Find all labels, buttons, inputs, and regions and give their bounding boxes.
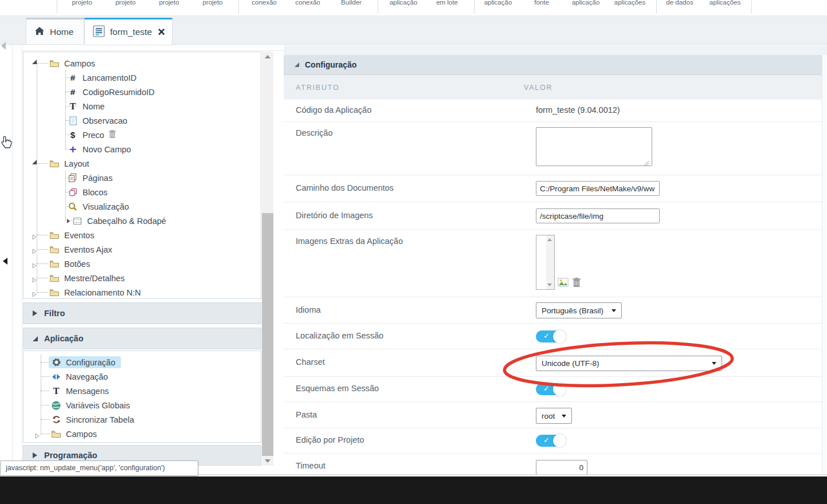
row-label: Descrição (296, 128, 332, 137)
toolbar-separator (656, 0, 657, 14)
tab-home[interactable]: Home (26, 18, 84, 45)
tree-item-relacionamento[interactable]: Relacionamento N:N (23, 285, 250, 300)
toolbar-separator (474, 0, 475, 14)
expander-closed-icon[interactable] (32, 275, 37, 285)
chevron-right-icon (33, 452, 37, 458)
column-attribute: ATRIBUTO (284, 84, 524, 92)
tree-item-lancamentoid[interactable]: # LancamentoID (23, 70, 250, 85)
folder-select[interactable]: root (536, 408, 572, 424)
toolbar-item[interactable]: conexão (252, 0, 276, 6)
trash-icon[interactable] (572, 277, 581, 289)
tab-form-teste[interactable]: form_teste × (84, 18, 173, 45)
app-item-sincronizar-tabela[interactable]: Sincronizar Tabela (23, 412, 250, 427)
tree-item-observacao[interactable]: Observacao (23, 113, 250, 128)
session-localization-toggle[interactable]: ✓ (536, 330, 566, 342)
expander-closed-icon[interactable] (32, 290, 37, 299)
tree-item-preco[interactable]: $ Preco (23, 128, 250, 142)
document-field-icon (67, 116, 79, 125)
images-directory-input[interactable] (536, 208, 660, 223)
config-row-edicao: Edição por Projeto ✓ (284, 428, 822, 454)
toolbar-item[interactable]: aplicações (710, 0, 740, 6)
language-select[interactable]: Português (Brasil) (536, 302, 622, 318)
expander-closed-icon[interactable] (32, 247, 37, 256)
tree-item-campos[interactable]: Campos (23, 56, 250, 70)
tree-scrollbar[interactable] (262, 52, 273, 466)
expander-closed-icon[interactable] (35, 431, 40, 440)
project-edit-toggle[interactable]: ✓ (536, 435, 566, 447)
resize-grip-icon[interactable] (644, 159, 649, 168)
toolbar-item[interactable]: de dados (666, 0, 693, 6)
session-schemes-toggle[interactable]: ✓ (536, 383, 566, 395)
app-item-campos[interactable]: Campos (23, 427, 250, 441)
tree-item-label: Observacao (83, 116, 127, 125)
toolbar-item[interactable]: fonte (534, 0, 549, 6)
close-icon[interactable]: × (158, 27, 165, 37)
app-item-mensagens[interactable]: T Mensagens (23, 384, 250, 398)
image-icon[interactable] (558, 278, 569, 289)
expander-closed-icon[interactable] (32, 233, 37, 242)
toolbar-item[interactable]: em lote (436, 0, 458, 6)
row-label: Código da Aplicação (296, 105, 371, 115)
tree-item-label: Preco (83, 131, 104, 140)
documents-path-input[interactable] (536, 181, 660, 196)
toolbar-item[interactable]: aplicação (390, 0, 418, 6)
trash-icon[interactable] (108, 129, 116, 140)
tree-item-mestre-detalhes[interactable]: Mestre/Detalhes (23, 271, 250, 285)
app-item-configuracao[interactable]: Configuração (23, 355, 250, 369)
timeout-input[interactable] (536, 460, 587, 475)
tree-item-eventos[interactable]: Eventos (23, 228, 250, 242)
tree-item-eventos-ajax[interactable]: Eventos Ajax (23, 242, 250, 257)
pages-icon (67, 173, 79, 183)
toolbar-item[interactable]: projeto (115, 0, 135, 6)
number-field-icon: # (67, 87, 79, 97)
toolbar-item[interactable]: aplicação (572, 0, 600, 6)
toolbar-item[interactable]: projeto (202, 0, 222, 6)
panel-scrollbar-area[interactable] (822, 55, 827, 474)
panel-divider (22, 45, 22, 474)
app-item-variaveis-globais[interactable]: Variáveis Globais (23, 398, 250, 412)
extra-images-listbox[interactable] (536, 235, 555, 290)
tree-item-visualizacao[interactable]: Visualização (23, 199, 250, 214)
toolbar-item[interactable]: Builder (341, 0, 362, 6)
tree-item-paginas[interactable]: Páginas (23, 171, 250, 185)
toolbar-item[interactable]: projeto (72, 0, 92, 6)
tree-item-label: Cabeçalho & Rodapé (87, 216, 166, 226)
section-aplicacao[interactable]: Aplicação (23, 328, 261, 349)
row-label: Charset (296, 357, 325, 367)
listbox-scrollbar[interactable] (546, 235, 554, 289)
config-panel-header[interactable]: Configuração (284, 55, 822, 75)
scrollbar-thumb[interactable] (262, 213, 273, 456)
tree-item-blocos[interactable]: Blocos (23, 185, 250, 199)
config-row-imagens: Imagens Extras da Aplicação (284, 230, 822, 297)
scroll-up-icon[interactable] (262, 52, 273, 61)
sidebar-collapse-icon[interactable] (3, 258, 7, 265)
app-item-navegacao[interactable]: Navegação (23, 369, 250, 384)
expander-closed-icon[interactable] (32, 261, 37, 270)
charset-select[interactable]: Unicode (UTF-8) (536, 356, 722, 371)
expander-open-icon[interactable] (32, 160, 37, 164)
tree-item-label: Blocos (83, 188, 108, 197)
panel-title: Configuração (305, 60, 356, 69)
tree-item-codigoresumidoid[interactable]: # CodigoResumidoID (23, 85, 250, 99)
toolbar-item[interactable]: projeto (159, 0, 179, 6)
tree-item-nome[interactable]: T Nome (23, 99, 250, 113)
tree-item-cabecalho-rodape[interactable]: Cabeçalho & Rodapé (23, 214, 250, 228)
tree-item-botoes[interactable]: Botões (23, 257, 250, 271)
tree-item-layout[interactable]: Layout (23, 156, 250, 171)
expander-closed-icon[interactable] (67, 219, 70, 223)
header-footer-icon (72, 217, 83, 225)
toolbar-item[interactable]: aplicação (484, 0, 512, 6)
column-value: VALOR (524, 84, 552, 92)
tab-scroll-left-icon[interactable] (1, 42, 6, 50)
scroll-down-icon[interactable] (262, 456, 273, 466)
tree-item-novo-campo[interactable]: + Novo Campo (23, 142, 250, 156)
expander-open-icon[interactable] (32, 60, 37, 64)
section-label: Aplicação (44, 334, 84, 343)
row-label: Esquemas em Sessão (296, 384, 379, 393)
toolbar-item[interactable]: conexão (295, 0, 320, 6)
toolbar-item[interactable]: aplicações (614, 0, 645, 6)
section-filtro[interactable]: Filtro (23, 302, 261, 324)
folder-icon (49, 245, 60, 254)
description-textarea[interactable] (536, 127, 652, 166)
magnifier-icon (67, 202, 79, 211)
